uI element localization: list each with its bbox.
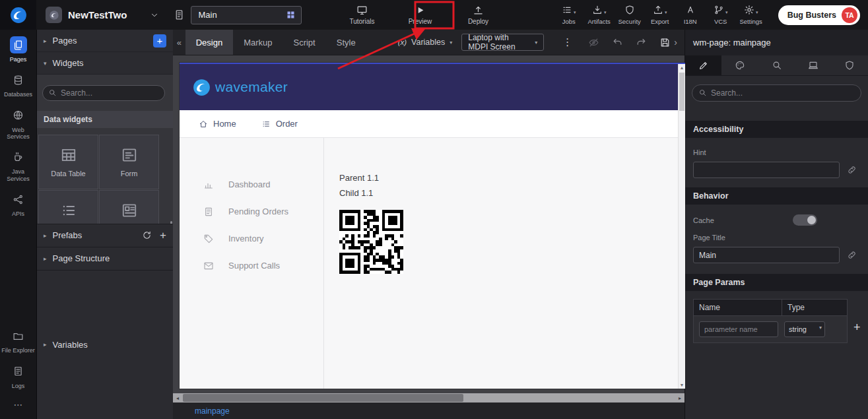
- breadcrumb-mainpage[interactable]: mainpage: [195, 406, 230, 416]
- child-label-widget[interactable]: Child 1.1: [339, 185, 678, 201]
- palette-icon: [735, 60, 745, 71]
- save-icon[interactable]: [659, 37, 671, 48]
- device-selector[interactable]: Laptop with MDPI Screen ▾: [461, 34, 544, 51]
- preview-button[interactable]: Preview: [402, 5, 438, 25]
- canvas-left-nav-widget[interactable]: Dashboard Pending Orders Inventory: [180, 138, 324, 389]
- page-grid-icon[interactable]: [286, 10, 296, 20]
- sidebar-item-java-services[interactable]: Java Services: [0, 145, 36, 187]
- widget-search-input[interactable]: [42, 85, 165, 101]
- widget-tile-data-table[interactable]: Data Table: [38, 135, 98, 189]
- pages-section-header[interactable]: ▸ Pages +: [37, 30, 173, 52]
- tab-script[interactable]: Script: [283, 30, 325, 55]
- params-table: Name Type string ▾: [693, 299, 848, 343]
- hide-preview-eye-icon[interactable]: [588, 37, 599, 48]
- sidebar-item-pages[interactable]: Pages: [0, 32, 36, 67]
- variables-dropdown-button[interactable]: (x) Variables ▾: [398, 38, 453, 47]
- hint-input[interactable]: [693, 162, 840, 178]
- user-avatar[interactable]: TA: [842, 7, 857, 23]
- section-behavior[interactable]: Behavior: [685, 187, 868, 205]
- left-panel-scrollbar[interactable]: [170, 221, 172, 224]
- widget-tile-form[interactable]: Form: [99, 135, 159, 189]
- canvas-horizontal-scrollbar[interactable]: ◂ ▸: [173, 393, 684, 403]
- property-search-input[interactable]: [692, 84, 861, 102]
- menu-item-pending-orders[interactable]: Pending Orders: [180, 198, 323, 225]
- export-menu[interactable]: ▾ Export: [645, 5, 675, 25]
- more-options-icon[interactable]: ⋯: [14, 394, 23, 419]
- param-name-input[interactable]: [699, 321, 778, 337]
- menu-item-support-calls[interactable]: Support Calls: [180, 252, 323, 279]
- sidebar-item-logs[interactable]: Logs: [0, 359, 36, 394]
- page-selector: Main: [174, 6, 302, 24]
- tab-inspect[interactable]: [758, 55, 795, 75]
- section-accessibility[interactable]: Accessibility: [685, 121, 868, 138]
- canvas-vertical-scrollbar[interactable]: ▲ ▼: [678, 64, 685, 389]
- cache-toggle[interactable]: [793, 214, 817, 226]
- sidebar-item-file-explorer[interactable]: File Explorer: [0, 323, 36, 358]
- tab-markup[interactable]: Markup: [233, 30, 283, 55]
- bind-link-icon[interactable]: [847, 250, 857, 260]
- tab-security[interactable]: [832, 55, 868, 75]
- section-page-params[interactable]: Page Params: [685, 274, 868, 291]
- cards-icon: [121, 202, 138, 219]
- widget-tile-list[interactable]: List: [38, 190, 98, 224]
- tab-design[interactable]: Design: [185, 30, 233, 55]
- sidebar-item-databases[interactable]: Databases: [0, 67, 36, 102]
- chevron-down-icon[interactable]: [150, 11, 159, 20]
- tab-style[interactable]: Style: [326, 30, 366, 55]
- widget-tile-cards[interactable]: Cards: [99, 190, 159, 224]
- page-structure-section-header[interactable]: ▸ Page Structure: [37, 247, 173, 270]
- jobs-menu[interactable]: ▾ Jobs: [554, 5, 584, 25]
- security-menu[interactable]: Security: [615, 5, 645, 25]
- add-prefab-button[interactable]: +: [160, 230, 166, 241]
- prefabs-section-header[interactable]: ▸ Prefabs +: [37, 224, 173, 247]
- scroll-left-icon[interactable]: ◂: [176, 395, 179, 401]
- scroll-right-icon[interactable]: ▸: [679, 395, 681, 401]
- scrollbar-thumb[interactable]: [679, 73, 684, 111]
- more-menu-icon[interactable]: ⋮: [560, 36, 575, 48]
- tutorials-button[interactable]: Tutorials: [344, 5, 380, 25]
- project-switcher[interactable]: NewTestTwo: [36, 7, 166, 23]
- sidebar-item-web-services[interactable]: Web Services: [0, 103, 36, 145]
- i18n-menu[interactable]: I18N: [675, 5, 706, 25]
- scrollbar-thumb[interactable]: [183, 394, 463, 402]
- parent-label-widget[interactable]: Parent 1.1: [339, 170, 678, 185]
- qr-code-image[interactable]: [339, 210, 403, 274]
- tab-device[interactable]: [795, 55, 831, 75]
- canvas-header-widget[interactable]: wavemaker: [180, 64, 678, 110]
- scroll-down-icon[interactable]: ▼: [680, 383, 684, 387]
- menu-item-inventory[interactable]: Inventory: [180, 225, 323, 252]
- artifacts-menu[interactable]: ▾ Artifacts: [584, 5, 615, 25]
- app-logo[interactable]: [0, 0, 36, 30]
- chevron-right-icon: ▸: [44, 341, 47, 348]
- page-selector-box[interactable]: Main: [191, 6, 302, 24]
- tab-styles[interactable]: [721, 55, 758, 75]
- param-type-select[interactable]: string: [784, 321, 825, 337]
- page-canvas[interactable]: wavemaker Home Order: [180, 63, 685, 389]
- page-icon: [174, 9, 185, 20]
- nav-item-order[interactable]: Order: [261, 119, 298, 129]
- bind-link-icon[interactable]: [847, 165, 857, 175]
- redo-icon[interactable]: [636, 37, 647, 48]
- menu-item-dashboard[interactable]: Dashboard: [180, 171, 323, 198]
- settings-menu[interactable]: ▾ Settings: [736, 5, 766, 25]
- sidebar-item-apis[interactable]: APIs: [0, 187, 36, 222]
- nav-item-home[interactable]: Home: [199, 119, 236, 129]
- variables-section-header[interactable]: ▸ Variables: [37, 270, 173, 419]
- add-param-button[interactable]: +: [853, 321, 861, 333]
- wavemaker-brand-icon: [193, 79, 211, 96]
- collapse-left-panel-icon[interactable]: «: [173, 38, 185, 48]
- vcs-menu[interactable]: ▾ VCS: [706, 5, 736, 25]
- collapse-right-panel-icon[interactable]: ›: [671, 37, 681, 48]
- current-page-name: Main: [198, 10, 286, 20]
- deploy-button[interactable]: Deploy: [460, 5, 496, 25]
- canvas-navbar-widget[interactable]: Home Order: [180, 110, 678, 138]
- undo-icon[interactable]: [612, 37, 623, 48]
- add-page-button[interactable]: +: [153, 34, 166, 48]
- widgets-section-header[interactable]: ▾ Widgets: [37, 52, 173, 75]
- page-title-input[interactable]: [693, 247, 840, 263]
- refresh-icon[interactable]: [142, 230, 152, 240]
- canvas-content-widget[interactable]: Parent 1.1 Child 1.1: [324, 138, 678, 389]
- tab-properties[interactable]: [685, 55, 721, 75]
- team-button[interactable]: Bug Busters TA: [778, 5, 860, 25]
- scroll-up-icon[interactable]: ▲: [680, 65, 684, 70]
